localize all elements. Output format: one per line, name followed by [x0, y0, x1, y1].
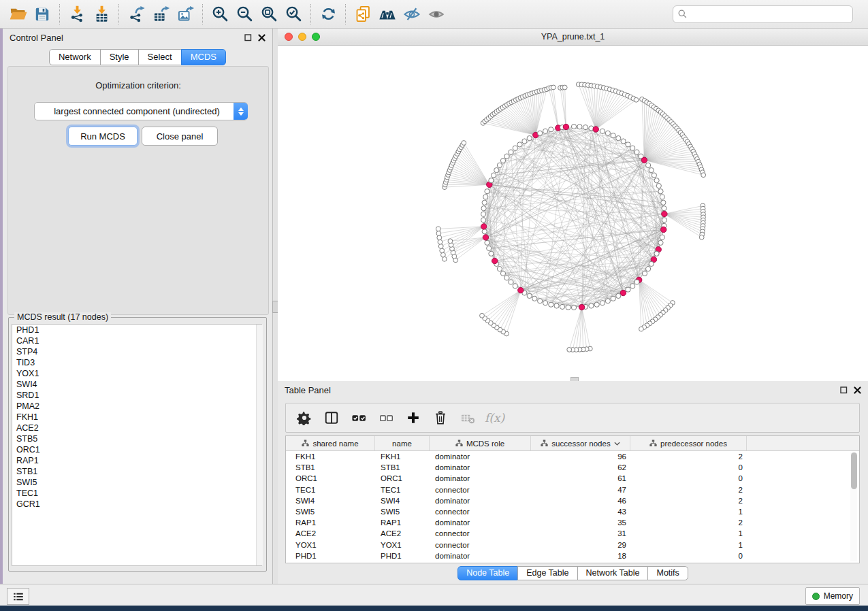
network-window-titlebar[interactable]: YPA_prune.txt_1 [278, 29, 868, 46]
close-panel-icon[interactable] [854, 386, 861, 394]
show-eye-icon[interactable] [424, 3, 449, 26]
refresh-icon[interactable] [316, 3, 340, 26]
mcds-result-item[interactable]: SWI4 [12, 379, 261, 390]
table-scrollbar[interactable] [850, 452, 857, 561]
tab-mcds[interactable]: MCDS [181, 49, 226, 65]
zoom-out-icon[interactable] [232, 3, 257, 26]
table-cell: 0 [630, 473, 747, 484]
mcds-result-item[interactable]: RAP1 [12, 455, 261, 466]
table-row[interactable]: ACE2ACE2connector311 [286, 528, 859, 539]
import-table-icon[interactable] [89, 3, 114, 26]
mcds-result-item[interactable]: FKH1 [12, 412, 261, 423]
tab-style[interactable]: Style [100, 49, 139, 65]
node-table[interactable]: shared namenameMCDS rolesuccessor nodesp… [285, 435, 860, 563]
mcds-result-item[interactable]: GCR1 [12, 499, 261, 510]
mcds-result-item[interactable]: ORC1 [12, 444, 261, 455]
table-cell: dominator [430, 550, 531, 561]
add-column-icon[interactable] [403, 408, 423, 428]
hide-selected-eye-icon[interactable] [400, 3, 424, 26]
table-cell: 1 [630, 506, 747, 517]
mcds-result-item[interactable]: TEC1 [12, 488, 261, 499]
mcds-result-list[interactable]: PHD1CAR1STP4TID3YOX1SWI4SRD1PMA2FKH1ACE2… [12, 324, 262, 566]
mcds-result-item[interactable]: PHD1 [12, 325, 261, 335]
column-header-shared-name[interactable]: shared name [286, 436, 375, 450]
tab-edge-table[interactable]: Edge Table [517, 566, 577, 580]
clone-network-icon[interactable] [351, 3, 375, 26]
split-columns-icon[interactable] [321, 408, 342, 428]
task-history-button[interactable] [7, 588, 29, 605]
zoom-in-icon[interactable] [208, 3, 232, 26]
mcds-result-item[interactable]: SWI5 [12, 477, 261, 488]
close-panel-icon[interactable] [258, 34, 266, 42]
zoom-selected-icon[interactable] [281, 3, 306, 26]
table-row[interactable]: YOX1YOX1connector291 [286, 540, 859, 550]
zoom-fit-icon[interactable] [257, 3, 281, 26]
tab-select[interactable]: Select [138, 49, 182, 65]
table-row[interactable]: PHD1PHD1dominator180 [286, 550, 859, 561]
table-cell-filler [747, 473, 859, 484]
table-cell: 35 [531, 517, 630, 528]
function-builder-icon[interactable]: f(x) [485, 411, 504, 425]
mcds-result-item[interactable]: SRD1 [12, 390, 261, 401]
import-network-icon[interactable] [65, 3, 89, 26]
toolbar-separator [202, 4, 203, 24]
tab-network-table[interactable]: Network Table [577, 566, 649, 580]
table-cell: dominator [430, 473, 531, 484]
table-row[interactable]: RAP1RAP1dominator352 [286, 517, 859, 528]
select-all-checkboxes-icon[interactable] [349, 408, 369, 428]
mcds-result-item[interactable]: TID3 [12, 357, 261, 368]
save-icon[interactable] [30, 3, 54, 26]
table-scrollbar-thumb[interactable] [851, 452, 857, 489]
open-folder-icon[interactable] [5, 3, 30, 26]
column-header-MCDS-role[interactable]: MCDS role [430, 436, 531, 450]
table-cell: connector [430, 484, 531, 495]
table-cell: PHD1 [375, 550, 430, 561]
mcds-result-item[interactable]: ACE2 [12, 423, 261, 433]
table-cell-filler [747, 550, 859, 561]
table-row[interactable]: SWI5SWI5connector431 [286, 506, 859, 517]
tab-node-table[interactable]: Node Table [457, 566, 518, 580]
table-cell: FKH1 [375, 451, 430, 462]
tab-motifs[interactable]: Motifs [647, 566, 688, 580]
float-panel-icon[interactable] [244, 34, 252, 42]
table-cell-filler [747, 484, 859, 495]
table-row[interactable]: STB1STB1dominator620 [286, 462, 859, 473]
delete-column-icon[interactable] [430, 408, 451, 428]
mcds-result-item[interactable]: CAR1 [12, 335, 261, 346]
mcds-list-scrollbar[interactable] [256, 325, 263, 565]
network-graph[interactable] [278, 46, 868, 382]
float-panel-icon[interactable] [840, 386, 848, 394]
gear-icon[interactable] [294, 408, 315, 428]
delete-table-icon[interactable] [457, 408, 478, 428]
deselect-all-checkboxes-icon[interactable] [376, 408, 396, 428]
table-cell: SWI5 [286, 506, 375, 517]
search-binoculars-icon[interactable] [375, 3, 400, 26]
search-input[interactable] [691, 8, 848, 20]
search-box[interactable] [673, 5, 853, 23]
table-cell: ACE2 [375, 528, 430, 539]
column-header-successor-nodes[interactable]: successor nodes [531, 436, 630, 450]
tab-network[interactable]: Network [49, 49, 101, 65]
column-header-predecessor-nodes[interactable]: predecessor nodes [630, 436, 747, 450]
table-row[interactable]: SWI4SWI4dominator462 [286, 495, 859, 506]
table-row[interactable]: ORC1ORC1dominator610 [286, 473, 859, 484]
close-panel-button[interactable]: Close panel [142, 127, 218, 146]
export-network-icon[interactable] [124, 3, 148, 26]
mcds-result-item[interactable]: STB5 [12, 433, 261, 444]
export-image-icon[interactable] [173, 3, 197, 26]
table-cell: 0 [630, 462, 747, 473]
mcds-result-item[interactable]: STB1 [12, 466, 261, 477]
export-table-icon[interactable] [148, 3, 173, 26]
column-header-name[interactable]: name [375, 436, 430, 450]
mcds-result-groupbox: MCDS result (17 nodes) PHD1CAR1STP4TID3Y… [8, 317, 267, 572]
table-toolbar: f(x) [285, 403, 860, 433]
mcds-result-item[interactable]: STP4 [12, 346, 261, 357]
memory-label: Memory [824, 591, 853, 601]
run-mcds-button[interactable]: Run MCDS [68, 127, 138, 146]
optimization-criterion-select[interactable]: largest connected component (undirected) [34, 102, 248, 120]
mcds-result-item[interactable]: YOX1 [12, 368, 261, 379]
table-row[interactable]: FKH1FKH1dominator962 [286, 451, 859, 462]
table-row[interactable]: TEC1TEC1connector472 [286, 484, 859, 495]
mcds-result-item[interactable]: PMA2 [12, 401, 261, 412]
memory-button[interactable]: Memory [805, 587, 860, 605]
